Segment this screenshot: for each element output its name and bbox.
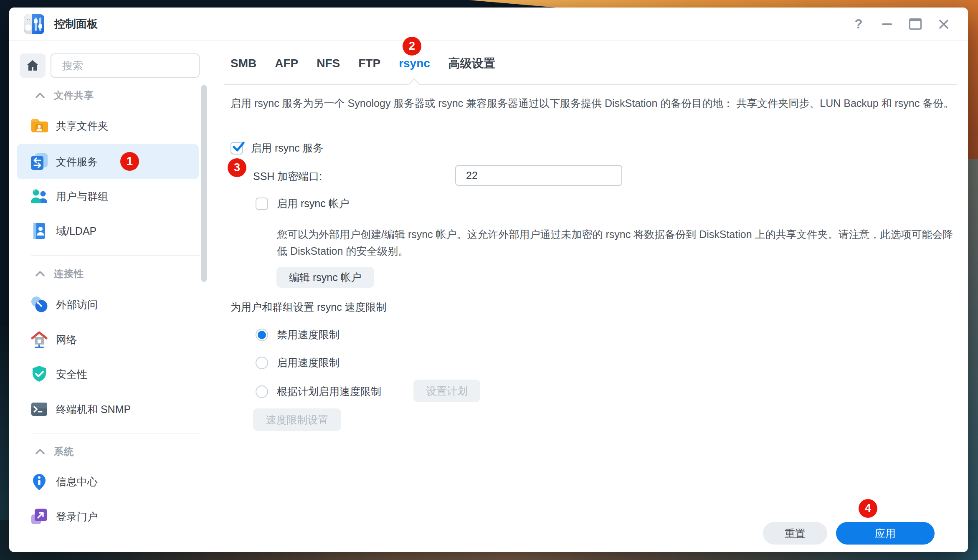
window-title: 控制面板	[54, 17, 98, 31]
sidebar-item-terminal-snmp[interactable]: 终端机和 SNMP	[17, 392, 199, 427]
step-badge-1: 1	[120, 152, 139, 171]
control-panel-app-icon	[24, 14, 44, 34]
home-button[interactable]	[20, 53, 46, 78]
active-tab-notch	[408, 79, 420, 90]
sidebar-item-label: 文件服务	[56, 155, 98, 169]
step-badge-4: 4	[859, 499, 877, 518]
enable-rsync-account-row: 启用 rsync 帐户	[256, 197, 350, 210]
sidebar-item-network[interactable]: 网络	[17, 322, 199, 357]
rsync-account-note: 您可以为外部用户创建/编辑 rsync 帐户。这允许外部用户通过未加密的 rsy…	[277, 226, 958, 259]
sidebar-item-label: 登录门户	[56, 510, 98, 524]
search-box[interactable]	[51, 53, 200, 78]
sidebar-item-file-services[interactable]: 文件服务 1	[17, 144, 199, 179]
sidebar-divider	[31, 433, 200, 433]
sidebar-item-label: 终端机和 SNMP	[56, 403, 131, 416]
ssh-port-label: SSH 加密端口:	[253, 170, 322, 183]
section-label: 连接性	[54, 267, 84, 280]
chevron-up-icon	[35, 93, 45, 98]
schedule-speed-limit-radio[interactable]	[256, 385, 268, 398]
enable-rsync-account-label: 启用 rsync 帐户	[277, 197, 350, 210]
info-center-icon	[30, 472, 48, 491]
enable-rsync-label: 启用 rsync 服务	[251, 141, 324, 155]
tab-smb[interactable]: SMB	[230, 55, 257, 72]
close-button[interactable]	[935, 15, 953, 33]
section-label: 文件共享	[54, 89, 94, 102]
sidebar-section-file-sharing[interactable]: 文件共享	[35, 89, 94, 101]
control-panel-window: 控制面板 ? 文件共享	[9, 8, 968, 552]
sidebar-item-external-access[interactable]: 外部访问	[17, 287, 199, 322]
users-groups-icon	[30, 187, 48, 205]
sidebar-item-label: 信息中心	[56, 475, 98, 489]
terminal-icon	[30, 400, 48, 418]
radio-dot	[258, 331, 266, 339]
sidebar: 文件共享 共享文件夹 文件服务 1	[9, 41, 209, 552]
maximize-icon	[909, 18, 922, 30]
chevron-up-icon	[35, 271, 45, 276]
security-shield-icon	[30, 365, 48, 383]
sidebar-item-label: 外部访问	[56, 298, 98, 312]
maximize-button[interactable]	[906, 15, 925, 33]
sidebar-item-security[interactable]: 安全性	[17, 357, 199, 392]
sidebar-section-connectivity[interactable]: 连接性	[35, 267, 84, 280]
tab-underline	[224, 84, 957, 85]
help-button[interactable]: ?	[849, 15, 868, 33]
sidebar-item-domain-ldap[interactable]: 域/LDAP	[17, 213, 199, 248]
shared-folder-icon	[30, 117, 48, 135]
tab-afp[interactable]: AFP	[274, 55, 299, 72]
radio-row-enable-speed-limit: 启用速度限制	[256, 356, 340, 370]
speed-limit-settings-button[interactable]: 速度限制设置	[253, 408, 341, 431]
sidebar-item-login-portal[interactable]: 登录门户	[17, 499, 199, 534]
set-schedule-button[interactable]: 设置计划	[413, 380, 480, 402]
enable-rsync-account-checkbox[interactable]	[256, 198, 268, 210]
edit-rsync-account-button[interactable]: 编辑 rsync 帐户	[276, 267, 374, 288]
speed-limit-title: 为用户和群组设置 rsync 速度限制	[231, 300, 387, 314]
tab-bar: SMB AFP NFS FTP rsync 高级设置	[230, 54, 496, 73]
tab-ftp[interactable]: FTP	[357, 55, 381, 72]
disable-speed-limit-radio[interactable]	[256, 329, 268, 341]
sidebar-scrollbar[interactable]	[201, 85, 207, 282]
enable-speed-limit-label: 启用速度限制	[277, 356, 340, 370]
minimize-button[interactable]	[878, 15, 896, 33]
apply-button[interactable]: 应用	[836, 522, 935, 545]
tab-rsync[interactable]: rsync	[398, 55, 431, 72]
sidebar-item-shared-folder[interactable]: 共享文件夹	[17, 108, 199, 143]
radio-row-disable-speed-limit: 禁用速度限制	[256, 328, 340, 342]
step-badge-3: 3	[228, 158, 246, 177]
tab-advanced-settings[interactable]: 高级设置	[448, 54, 496, 73]
sidebar-item-label: 网络	[56, 333, 77, 347]
enable-rsync-service-row: 启用 rsync 服务	[231, 141, 324, 155]
tab-nfs[interactable]: NFS	[316, 55, 341, 72]
check-icon	[231, 140, 246, 154]
sidebar-item-label: 共享文件夹	[56, 119, 108, 133]
home-icon	[26, 60, 39, 71]
sidebar-section-system[interactable]: 系统	[35, 445, 74, 458]
enable-rsync-checkbox[interactable]	[231, 142, 243, 155]
section-label: 系统	[54, 445, 74, 458]
enable-speed-limit-radio[interactable]	[256, 357, 268, 369]
close-icon	[938, 19, 949, 30]
footer-divider	[224, 513, 957, 513]
titlebar: 控制面板 ?	[9, 8, 968, 41]
domain-ldap-icon	[30, 222, 48, 240]
step-badge-2: 2	[403, 37, 421, 56]
search-input[interactable]	[61, 59, 198, 72]
sidebar-item-info-center[interactable]: 信息中心	[17, 464, 199, 499]
chevron-up-icon	[35, 449, 45, 454]
minimize-icon	[882, 23, 892, 25]
ssh-port-input[interactable]	[455, 165, 622, 186]
sidebar-item-users-groups[interactable]: 用户与群组	[17, 179, 199, 214]
sidebar-item-regional-options[interactable]: 区域选项	[17, 545, 199, 552]
sidebar-divider	[31, 255, 200, 256]
main-content: SMB AFP NFS FTP rsync 高级设置 2 启用 rsync 服务…	[209, 41, 968, 552]
sidebar-item-label: 用户与群组	[56, 190, 108, 203]
radio-row-schedule-speed-limit: 根据计划启用速度限制	[256, 385, 381, 398]
external-access-icon	[30, 295, 48, 314]
sidebar-item-label: 域/LDAP	[56, 224, 96, 238]
file-services-icon	[30, 152, 48, 171]
rsync-intro-text: 启用 rsync 服务为另一个 Synology 服务器或 rsync 兼容服务…	[231, 95, 959, 112]
network-icon	[30, 330, 48, 349]
reset-button[interactable]: 重置	[763, 522, 827, 545]
disable-speed-limit-label: 禁用速度限制	[277, 328, 340, 342]
schedule-speed-limit-label: 根据计划启用速度限制	[277, 385, 381, 398]
sidebar-item-label: 安全性	[56, 367, 87, 381]
